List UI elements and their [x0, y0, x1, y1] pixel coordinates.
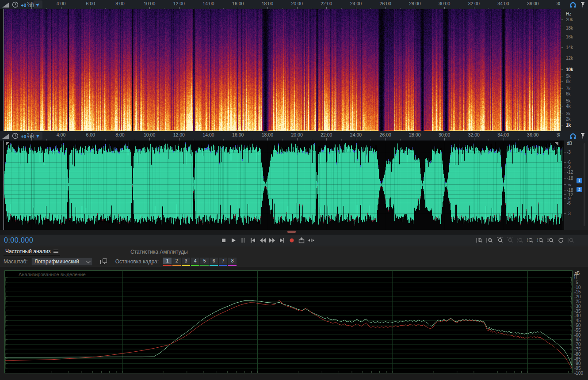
db-tick-label: -3 [567, 211, 571, 216]
skip-end-button[interactable] [278, 236, 286, 244]
gain-value[interactable]: +0 [21, 134, 27, 139]
zoom-in-left-button[interactable]: ⟨ [526, 236, 535, 244]
amplitude-scale-unit: dB [567, 141, 572, 146]
stop-button[interactable] [219, 236, 228, 244]
time-label: 8:00 [115, 132, 124, 137]
gain-value[interactable]: +0 [21, 3, 27, 8]
hold-frame-1-button[interactable]: 1 [163, 258, 172, 266]
spectrogram-timeline-ruler[interactable]: 2:004:006:008:0010:0012:0014:0016:0018:0… [0, 0, 588, 9]
pause-button[interactable] [239, 236, 247, 244]
db-axis-label: -15 [574, 289, 580, 294]
waveform-timeline-ruler[interactable]: 2:004:006:008:0010:0012:0014:0016:0018:0… [0, 131, 588, 141]
time-label: 12:00 [173, 1, 185, 6]
tab-label: Частотный анализ [5, 248, 50, 255]
pause-icon [240, 237, 247, 244]
time-label: 12:00 [173, 132, 185, 137]
db-axis-label: -25 [574, 299, 580, 304]
zoom-between-button[interactable]: ⟨⟩ [546, 236, 555, 244]
zoom-selection-button[interactable] [496, 236, 504, 244]
fade-envelope-icon[interactable] [2, 2, 10, 8]
clock-icon[interactable] [12, 1, 19, 8]
time-label: 32:00 [468, 1, 480, 6]
db-tick-label: -6 [567, 160, 571, 165]
scrollbar-handle[interactable] [287, 231, 296, 233]
zoom-last-button[interactable] [567, 236, 576, 244]
pin-arrow-icon: ➤ [34, 132, 41, 139]
tab-frequency-analysis[interactable]: Частотный анализ [4, 246, 60, 257]
copy-frame-icon[interactable] [100, 258, 107, 265]
zoom-in-right-button[interactable]: ⟩ [536, 236, 545, 244]
headphones-monitor-icon[interactable] [569, 133, 577, 139]
db-axis-label: -85 [574, 356, 580, 361]
vertical-scrollbar[interactable] [584, 143, 585, 226]
frequency-tick-label: 1k [566, 123, 571, 128]
analysis-controls: Масштаб: Логарифмический Остановка кадра… [0, 256, 588, 267]
hold-frame-7-button[interactable]: 7 [219, 258, 227, 266]
pin-playhead-button[interactable]: ➤ [34, 0, 42, 8]
rewind-button[interactable] [258, 236, 267, 244]
fade-envelope-icon[interactable] [2, 133, 10, 139]
shuttle-button[interactable] [307, 236, 315, 244]
frequency-plot[interactable] [4, 270, 573, 373]
db-axis-label: 0 [574, 275, 577, 280]
pushpin-icon[interactable] [580, 133, 585, 139]
horizontal-scrollbar-track[interactable] [0, 230, 588, 234]
svg-text:⟩: ⟩ [537, 238, 538, 243]
play-button[interactable] [229, 236, 237, 244]
time-label: 18:00 [262, 1, 273, 6]
db-axis-label: -80 [574, 351, 580, 356]
pin-playhead-button[interactable]: ➤ [34, 132, 42, 140]
transport-bar: 0:00.000 ⟨ ⟩ ⟨⟩ [0, 234, 588, 246]
panel-menu-icon[interactable] [53, 249, 58, 254]
panel-tab-bar: Частотный анализ Статистика Амплитуды [0, 246, 588, 256]
time-label: 10:00 [144, 132, 155, 137]
reset-zoom-button[interactable] [557, 236, 565, 244]
channel-2-badge[interactable]: 2 [577, 187, 582, 192]
time-display[interactable]: 0:00.000 [4, 236, 33, 244]
time-label: 24:00 [350, 132, 362, 137]
hold-frame-6-button[interactable]: 6 [210, 258, 218, 266]
spectrogram-display[interactable] [4, 9, 561, 131]
frequency-scale[interactable]: Hz 20k 18k 16k 14k 12k 10k 9k 8k 7k 6k 5… [561, 9, 588, 131]
hold-frame-4-button[interactable]: 4 [191, 258, 199, 266]
scale-select[interactable]: Логарифмический [31, 258, 92, 266]
time-label: 6:00 [86, 1, 95, 6]
amplitude-scale[interactable]: dB -3 -6 -9 -12 -18 -∞ -18 -12 -9 -6 -3 … [564, 141, 588, 230]
db-axis-label: -90 [574, 361, 580, 366]
skip-start-button[interactable] [248, 236, 257, 244]
hold-frame-2-button[interactable]: 2 [172, 258, 181, 266]
hold-frame-8-button[interactable]: 8 [228, 258, 237, 266]
channel-1-badge[interactable]: 1 [577, 178, 582, 183]
db-axis-label: -45 [574, 318, 580, 323]
record-button[interactable] [287, 236, 296, 244]
frequency-tick-label: 14k [566, 45, 573, 50]
time-label: 22:00 [321, 132, 332, 137]
zoom-selection-amplitude-button[interactable] [516, 236, 525, 244]
waveform-display[interactable] [4, 141, 562, 230]
db-tick-label: -12 [567, 170, 573, 175]
tab-amplitude-statistics[interactable]: Статистика Амплитуды [130, 246, 188, 257]
headphones-monitor-icon[interactable] [569, 1, 577, 8]
hold-color-swatch [163, 265, 172, 266]
frequency-scale-unit: Hz [566, 11, 571, 16]
loop-button[interactable] [297, 236, 305, 244]
hold-frame-3-button[interactable]: 3 [182, 258, 190, 266]
timeline-labels-2: 2:004:006:008:0010:0012:0014:0016:0018:0… [0, 131, 560, 141]
hold-frame-5-button[interactable]: 5 [200, 258, 209, 266]
pushpin-icon[interactable] [580, 1, 585, 8]
time-label: 38:00 [557, 132, 560, 137]
frequency-tick-label: 12k [566, 56, 573, 61]
hold-color-swatch [228, 265, 237, 266]
time-label: 34:00 [497, 1, 509, 6]
time-label: 8:00 [115, 1, 124, 6]
zoom-in-button[interactable] [475, 236, 484, 244]
zoom-selection-time-button[interactable] [506, 236, 515, 244]
frequency-analysis-panel: Анализированное выделение дБ 0-5-10-15-2… [0, 267, 588, 380]
db-tick-label: -6 [567, 201, 571, 205]
time-label: 14:00 [202, 1, 214, 6]
hold-color-swatch [200, 265, 209, 266]
forward-button[interactable] [268, 236, 276, 244]
zoom-out-button[interactable] [485, 236, 494, 244]
clock-icon[interactable] [12, 133, 19, 139]
time-label: 4:00 [57, 132, 65, 137]
